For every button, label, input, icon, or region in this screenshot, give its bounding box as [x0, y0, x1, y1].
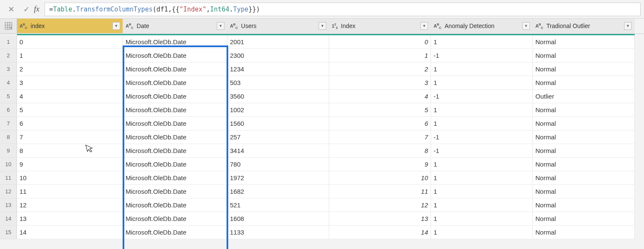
- filter-dropdown-icon[interactable]: ▼: [522, 22, 530, 30]
- cell-anom[interactable]: -1: [431, 144, 533, 158]
- row-number[interactable]: 11: [0, 171, 17, 185]
- cell-index2[interactable]: 5: [329, 103, 431, 117]
- cell-anom[interactable]: 1: [431, 185, 533, 198]
- cell-users[interactable]: 3560: [227, 90, 329, 103]
- row-number[interactable]: 9: [0, 144, 17, 158]
- cell-anom[interactable]: -1: [431, 90, 533, 103]
- row-number[interactable]: 1: [0, 35, 17, 49]
- cell-idx[interactable]: 13: [17, 212, 123, 226]
- row-number[interactable]: 8: [0, 130, 17, 144]
- cell-idx[interactable]: 0: [17, 35, 123, 49]
- cell-idx[interactable]: 7: [17, 130, 123, 144]
- cell-date[interactable]: Microsoft.OleDb.Date: [123, 103, 227, 117]
- cell-idx[interactable]: 2: [17, 62, 123, 76]
- cell-anom[interactable]: 1: [431, 158, 533, 171]
- cell-trad[interactable]: Normal: [533, 130, 635, 144]
- cell-date[interactable]: Microsoft.OleDb.Date: [123, 90, 227, 103]
- column-header-users[interactable]: ABC Users ▼: [227, 19, 329, 34]
- cell-users[interactable]: 1234: [227, 62, 329, 76]
- cell-index2[interactable]: 1: [329, 49, 431, 62]
- cell-anom[interactable]: -1: [431, 130, 533, 144]
- row-number[interactable]: 7: [0, 117, 17, 130]
- cell-index2[interactable]: 10: [329, 171, 431, 185]
- cell-date[interactable]: Microsoft.OleDb.Date: [123, 144, 227, 158]
- cell-date[interactable]: Microsoft.OleDb.Date: [123, 158, 227, 171]
- cell-users[interactable]: 1560: [227, 117, 329, 130]
- cell-trad[interactable]: Outlier: [533, 90, 635, 103]
- cell-users[interactable]: 780: [227, 158, 329, 171]
- cell-trad[interactable]: Normal: [533, 62, 635, 76]
- cell-trad[interactable]: Normal: [533, 144, 635, 158]
- cell-trad[interactable]: Normal: [533, 171, 635, 185]
- cell-date[interactable]: Microsoft.OleDb.Date: [123, 212, 227, 226]
- cell-index2[interactable]: 4: [329, 90, 431, 103]
- cell-index2[interactable]: 11: [329, 185, 431, 198]
- row-number[interactable]: 10: [0, 158, 17, 171]
- cell-users[interactable]: 521: [227, 198, 329, 212]
- column-header-anomaly[interactable]: ABC Anomaly Detection ▼: [431, 19, 533, 34]
- column-header-index2[interactable]: 123 Index ▼: [329, 19, 431, 34]
- cell-trad[interactable]: Normal: [533, 185, 635, 198]
- cell-index2[interactable]: 7: [329, 130, 431, 144]
- cell-index2[interactable]: 8: [329, 144, 431, 158]
- cell-date[interactable]: Microsoft.OleDb.Date: [123, 49, 227, 62]
- cell-idx[interactable]: 3: [17, 76, 123, 90]
- cell-index2[interactable]: 6: [329, 117, 431, 130]
- row-number[interactable]: 3: [0, 62, 17, 76]
- filter-dropdown-icon[interactable]: ▼: [319, 22, 326, 30]
- cell-index2[interactable]: 12: [329, 198, 431, 212]
- cell-idx[interactable]: 6: [17, 117, 123, 130]
- cell-anom[interactable]: 1: [431, 35, 533, 49]
- cell-users[interactable]: 1972: [227, 171, 329, 185]
- cell-anom[interactable]: 1: [431, 212, 533, 226]
- cell-users[interactable]: 2300: [227, 49, 329, 62]
- cell-anom[interactable]: -1: [431, 49, 533, 62]
- cell-trad[interactable]: Normal: [533, 76, 635, 90]
- cell-idx[interactable]: 9: [17, 158, 123, 171]
- cell-anom[interactable]: 1: [431, 117, 533, 130]
- row-number[interactable]: 4: [0, 76, 17, 90]
- cell-date[interactable]: Microsoft.OleDb.Date: [123, 171, 227, 185]
- cell-date[interactable]: Microsoft.OleDb.Date: [123, 185, 227, 198]
- cell-trad[interactable]: Normal: [533, 49, 635, 62]
- cell-users[interactable]: 1002: [227, 103, 329, 117]
- cell-index2[interactable]: 13: [329, 212, 431, 226]
- cell-trad[interactable]: Normal: [533, 35, 635, 49]
- cell-date[interactable]: Microsoft.OleDb.Date: [123, 76, 227, 90]
- cell-trad[interactable]: Normal: [533, 103, 635, 117]
- cell-users[interactable]: 3414: [227, 144, 329, 158]
- cell-anom[interactable]: 1: [431, 198, 533, 212]
- cell-users[interactable]: 2001: [227, 35, 329, 49]
- formula-input[interactable]: = Table . TransformColumnTypes (df1,{{ "…: [45, 3, 641, 16]
- row-number[interactable]: 13: [0, 198, 17, 212]
- row-number[interactable]: 14: [0, 212, 17, 226]
- cell-date[interactable]: Microsoft.OleDb.Date: [123, 62, 227, 76]
- cell-anom[interactable]: 1: [431, 103, 533, 117]
- row-number[interactable]: 6: [0, 103, 17, 117]
- cell-users[interactable]: 1608: [227, 212, 329, 226]
- cell-idx[interactable]: 12: [17, 198, 123, 212]
- cell-users[interactable]: 257: [227, 130, 329, 144]
- cell-idx[interactable]: 10: [17, 171, 123, 185]
- column-header-date[interactable]: ABC Date ▼: [123, 19, 227, 34]
- cell-users[interactable]: 503: [227, 76, 329, 90]
- filter-dropdown-icon[interactable]: ▼: [624, 22, 632, 30]
- cell-trad[interactable]: Normal: [533, 198, 635, 212]
- confirm-button[interactable]: ✓: [19, 3, 34, 16]
- row-number[interactable]: 2: [0, 49, 17, 62]
- cell-anom[interactable]: 1: [431, 171, 533, 185]
- row-number[interactable]: 12: [0, 185, 17, 198]
- column-header-index[interactable]: ABC index ▼: [17, 19, 123, 34]
- column-header-traditional[interactable]: ABC Tradional Outlier ▼: [533, 19, 635, 34]
- cell-date[interactable]: Microsoft.OleDb.Date: [123, 117, 227, 130]
- cell-index2[interactable]: 2: [329, 62, 431, 76]
- cell-trad[interactable]: Normal: [533, 226, 635, 239]
- cell-index2[interactable]: 14: [329, 226, 431, 239]
- cell-date[interactable]: Microsoft.OleDb.Date: [123, 226, 227, 239]
- cell-idx[interactable]: 11: [17, 185, 123, 198]
- cell-idx[interactable]: 4: [17, 90, 123, 103]
- cell-date[interactable]: Microsoft.OleDb.Date: [123, 130, 227, 144]
- cell-users[interactable]: 1682: [227, 185, 329, 198]
- cell-trad[interactable]: Normal: [533, 212, 635, 226]
- cancel-button[interactable]: ✕: [3, 3, 19, 16]
